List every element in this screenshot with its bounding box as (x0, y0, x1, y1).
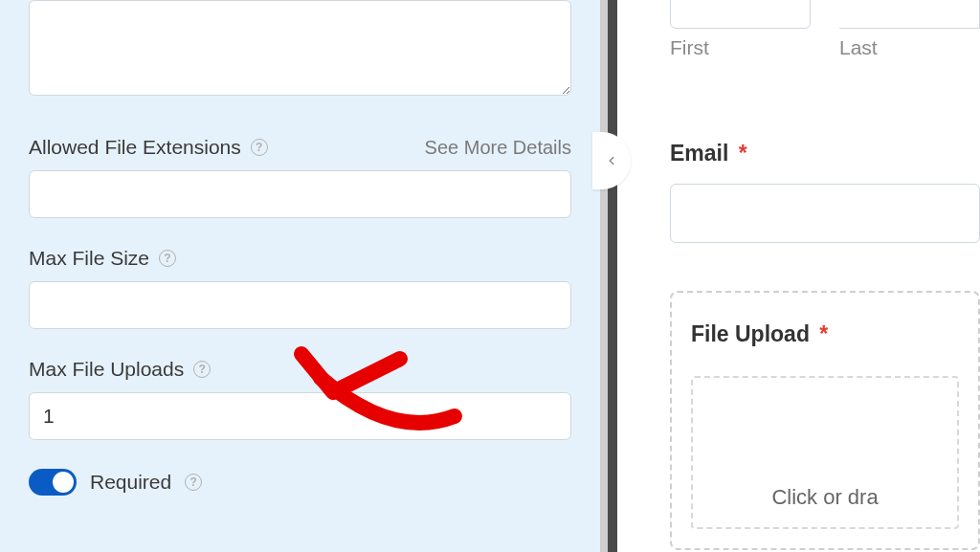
help-icon[interactable]: ? (251, 139, 268, 156)
email-label: Email (670, 141, 728, 166)
allowed-extensions-label: Allowed File Extensions (29, 136, 241, 159)
required-star-icon: * (819, 321, 828, 346)
panel-divider (600, 0, 617, 552)
file-upload-field: File Upload * Click or dra (670, 291, 980, 550)
required-toggle[interactable] (29, 469, 77, 496)
last-name-sublabel: Last (839, 36, 980, 59)
last-name-input[interactable] (839, 0, 980, 29)
file-dropzone[interactable]: Click or dra (691, 376, 959, 529)
max-file-uploads-field: Max File Uploads ? (29, 358, 571, 440)
chevron-left-icon (605, 154, 618, 167)
required-toggle-row: Required ? (29, 469, 571, 496)
help-icon[interactable]: ? (159, 250, 176, 267)
dropzone-text: Click or dra (771, 485, 878, 510)
max-file-size-field: Max File Size ? (29, 247, 571, 329)
required-star-icon: * (739, 141, 747, 166)
name-field-group: First Last (670, 0, 980, 59)
max-file-size-label: Max File Size (29, 247, 149, 270)
max-file-uploads-label: Max File Uploads (29, 358, 184, 381)
required-label: Required (90, 471, 171, 494)
description-textarea[interactable] (29, 0, 571, 96)
email-field: Email * (670, 141, 980, 243)
max-file-size-input[interactable] (29, 281, 571, 329)
help-icon[interactable]: ? (193, 361, 211, 378)
first-name-input[interactable] (670, 0, 811, 29)
allowed-extensions-field: Allowed File Extensions ? See More Detai… (29, 136, 571, 218)
allowed-extensions-input[interactable] (29, 170, 571, 218)
form-preview-panel: First Last Email * File Upload * Click o… (617, 0, 980, 552)
first-name-sublabel: First (670, 36, 811, 59)
help-icon[interactable]: ? (185, 474, 202, 491)
file-upload-label: File Upload (691, 321, 810, 346)
max-file-uploads-input[interactable] (29, 392, 571, 440)
email-input[interactable] (670, 184, 980, 243)
settings-panel: Allowed File Extensions ? See More Detai… (0, 0, 600, 552)
see-more-link[interactable]: See More Details (425, 137, 571, 159)
